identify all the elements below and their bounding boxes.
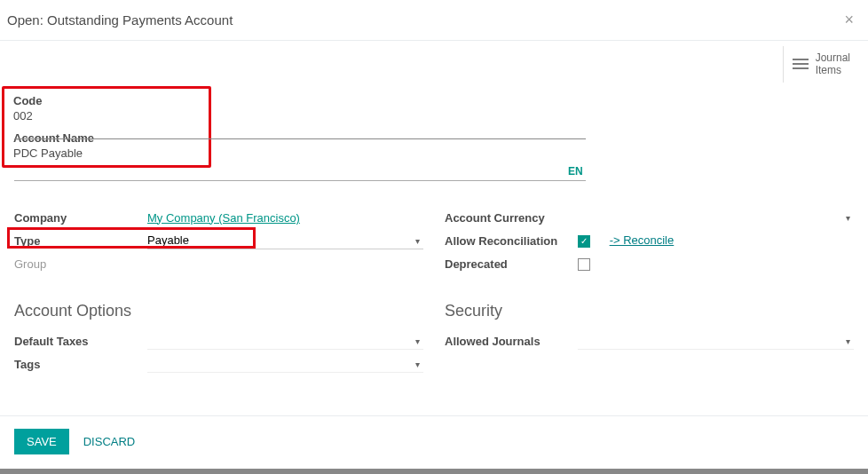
account-currency-select[interactable]: [578, 209, 854, 226]
type-label: Type: [14, 234, 147, 248]
tags-label: Tags: [14, 358, 147, 371]
security-heading: Security: [445, 302, 854, 320]
allowed-journals-label: Allowed Journals: [445, 335, 578, 348]
type-select[interactable]: [147, 232, 423, 249]
deprecated-checkbox[interactable]: [578, 258, 590, 271]
group-label: Group: [14, 257, 147, 271]
modal-footer: SAVE DISCARD: [0, 415, 868, 467]
code-label: Code: [13, 94, 200, 107]
modal-header: Open: Outstanding Payments Account ×: [0, 0, 868, 41]
code-input[interactable]: [13, 109, 200, 122]
default-taxes-label: Default Taxes: [14, 335, 147, 348]
allow-reconciliation-checkbox[interactable]: ✓: [578, 235, 590, 248]
journal-items-button[interactable]: Journal Items: [783, 46, 859, 83]
account-name-input[interactable]: [13, 146, 200, 160]
modal-title: Open: Outstanding Payments Account: [7, 12, 233, 28]
deprecated-label: Deprecated: [445, 257, 578, 271]
divider: [14, 180, 586, 181]
highlight-box-code-name: Code Account Name: [2, 86, 211, 168]
allow-reconciliation-label: Allow Reconciliation: [445, 234, 578, 248]
company-label: Company: [14, 211, 147, 225]
account-currency-label: Account Currency: [445, 211, 578, 225]
hamburger-icon: [793, 56, 809, 72]
divider: [14, 138, 586, 139]
shadow: [0, 469, 868, 474]
language-badge[interactable]: EN: [568, 165, 583, 178]
close-button[interactable]: ×: [844, 11, 854, 29]
tags-select[interactable]: [147, 355, 423, 373]
journal-items-label: Journal Items: [816, 51, 850, 77]
reconcile-link[interactable]: -> Reconcile: [610, 233, 675, 247]
allowed-journals-select[interactable]: [578, 332, 854, 350]
default-taxes-select[interactable]: [147, 332, 423, 350]
company-link[interactable]: My Company (San Francisco): [147, 211, 300, 225]
discard-button[interactable]: DISCARD: [83, 435, 136, 448]
account-options-heading: Account Options: [14, 302, 423, 320]
save-button[interactable]: SAVE: [14, 429, 69, 454]
